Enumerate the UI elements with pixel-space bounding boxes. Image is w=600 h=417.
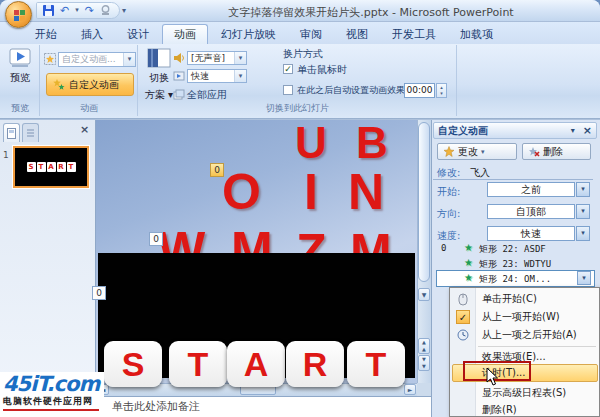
speed-combo-dropdown-icon[interactable]: ▾ xyxy=(576,226,590,241)
close-pane-icon[interactable]: × xyxy=(80,124,89,135)
tab-review[interactable]: 审阅 xyxy=(289,25,333,44)
direction-field-label: 方向: xyxy=(437,207,460,221)
undo-icon[interactable]: ↶ xyxy=(60,5,69,16)
pane-title-bar: 自定义动画 ▾ × xyxy=(433,122,597,139)
quick-access-toolbar: ↶▾ ↷ xyxy=(36,2,120,19)
next-down-icon: ▼ xyxy=(419,356,429,363)
slide-thumbnail[interactable]: START xyxy=(13,146,89,188)
custom-animation-icon xyxy=(53,79,65,91)
tab-addins[interactable]: 加载项 xyxy=(449,25,504,44)
mouse-icon xyxy=(458,293,468,306)
tab-developer[interactable]: 开发工具 xyxy=(381,25,447,44)
on-mouse-click-checkbox[interactable]: ✓ xyxy=(283,64,293,74)
start-tile[interactable]: T xyxy=(169,341,227,387)
undo-dropdown-icon[interactable]: ▾ xyxy=(75,7,79,14)
remove-animation-button[interactable]: 删除 xyxy=(522,143,591,160)
spinner-down-icon[interactable]: ▾ xyxy=(437,90,446,96)
tab-design[interactable]: 设计 xyxy=(116,25,160,44)
start-tile[interactable]: R xyxy=(286,341,344,387)
tab-view[interactable]: 视图 xyxy=(335,25,379,44)
modify-label: 修改: xyxy=(437,166,460,180)
speed-field-combo[interactable]: 快速 xyxy=(487,226,575,241)
auto-advance-time-spinner[interactable]: ▴ ▾ xyxy=(436,83,447,98)
animation-order-badge[interactable]: 0 xyxy=(92,286,106,300)
change-dropdown-icon: ▾ xyxy=(481,148,485,156)
menu-item-remove[interactable]: 删除(R) xyxy=(450,401,599,417)
menu-item-show-advanced-timeline[interactable]: 显示高级日程表(S) xyxy=(450,384,599,402)
slide-letter[interactable]: I xyxy=(304,167,318,217)
notes-placeholder[interactable]: 单击此处添加备注 xyxy=(112,399,200,414)
start-combo-dropdown-icon[interactable]: ▾ xyxy=(576,182,590,197)
next-slide-button[interactable]: ▼▼ xyxy=(418,355,430,371)
start-field-combo[interactable]: 之前 xyxy=(487,182,575,197)
transition-sound-dropdown-icon[interactable]: ▾ xyxy=(234,52,246,64)
slide-letter[interactable]: B xyxy=(356,121,388,165)
tab-home[interactable]: 开始 xyxy=(24,25,68,44)
animation-order-badge[interactable]: 0 xyxy=(210,163,224,177)
animate-combo-dropdown-icon[interactable]: ▾ xyxy=(123,53,135,66)
slide-letter[interactable]: O xyxy=(222,167,261,217)
clock-icon xyxy=(457,329,469,341)
animate-combo[interactable]: 自定义动画... ▾ xyxy=(58,52,136,67)
group-label-preview: 预览 xyxy=(0,101,40,115)
tab-animations[interactable]: 动画 xyxy=(162,24,208,44)
animation-context-menu: 单击开始(C) ✓ 从上一项开始(W) 从上一项之后开始(A) 效果选项(E).… xyxy=(449,287,600,417)
direction-field-combo[interactable]: 自顶部 xyxy=(487,204,575,219)
apply-all-button[interactable]: 全部应用 xyxy=(187,90,227,100)
tab-slideshow[interactable]: 幻灯片放映 xyxy=(210,25,287,44)
transition-speed-combo[interactable]: 快速 ▾ xyxy=(187,69,247,83)
auto-advance-time-field[interactable]: 00:00 xyxy=(404,83,435,98)
office-button[interactable] xyxy=(5,1,32,28)
thumb-tile: T xyxy=(37,162,46,172)
customize-qat-icon[interactable]: ▾ xyxy=(122,6,126,15)
animation-item-order: 0 xyxy=(441,243,446,253)
direction-combo-dropdown-icon[interactable]: ▾ xyxy=(576,204,590,219)
start-tile[interactable]: A xyxy=(227,341,285,387)
transition-speed-value: 快速 xyxy=(188,70,234,83)
transition-sound-combo[interactable]: [无声音] ▾ xyxy=(187,51,247,65)
scroll-right-icon[interactable]: ► xyxy=(404,384,416,395)
save-icon[interactable] xyxy=(43,5,54,16)
pane-close-icon[interactable]: × xyxy=(583,124,592,137)
start-tile[interactable]: S xyxy=(104,341,162,387)
previous-slide-button[interactable]: ▲▲ xyxy=(418,338,430,354)
thumb-tile: A xyxy=(47,162,56,172)
vertical-scrollbar-thumb[interactable] xyxy=(418,122,430,282)
slide-number: 1 xyxy=(3,150,9,160)
group-label-transition: 切换到此幻灯片 xyxy=(138,101,457,115)
pane-divider xyxy=(433,179,593,180)
auto-advance-checkbox[interactable] xyxy=(283,85,293,95)
on-mouse-click-label[interactable]: 单击鼠标时 xyxy=(297,65,347,75)
change-button-label: 更改 xyxy=(458,145,478,159)
start-field-label: 开始: xyxy=(437,185,460,199)
animation-order-badge[interactable]: 0 xyxy=(149,232,163,246)
custom-animation-button[interactable]: 自定义动画 xyxy=(46,73,134,96)
scroll-down-icon[interactable]: ▼ xyxy=(418,288,430,301)
slide-letter[interactable]: U xyxy=(295,121,327,165)
pane-title: 自定义动画 xyxy=(438,124,571,138)
menu-item-start-on-click[interactable]: 单击开始(C) xyxy=(450,290,599,308)
preview-button[interactable]: 预览 xyxy=(3,48,37,98)
outline-tab[interactable] xyxy=(22,123,39,142)
fly-in-star-icon: ★ xyxy=(464,242,473,253)
slides-tab[interactable] xyxy=(3,123,20,142)
animation-item[interactable]: 矩形 22: ASDF xyxy=(479,243,546,256)
watermark: 45iT.com 电脑软件硬件应用网 xyxy=(0,372,104,413)
animation-item-selected-label[interactable]: 矩形 24: OM... xyxy=(479,273,551,286)
redo-icon[interactable]: ↷ xyxy=(85,5,94,16)
transition-scheme-icon xyxy=(147,48,171,68)
menu-item-start-with-previous[interactable]: ✓ 从上一项开始(W) xyxy=(450,308,599,326)
auto-advance-label[interactable]: 在此之后自动设置动画效果: xyxy=(297,86,408,95)
pane-menu-dropdown-icon[interactable]: ▾ xyxy=(571,126,575,135)
tab-insert[interactable]: 插入 xyxy=(70,25,114,44)
menu-item-start-after-previous[interactable]: 从上一项之后开始(A) xyxy=(450,326,599,344)
transition-speed-dropdown-icon[interactable]: ▾ xyxy=(234,70,246,82)
stamp-icon[interactable] xyxy=(100,5,111,16)
remove-star-icon xyxy=(528,146,540,158)
start-tile[interactable]: T xyxy=(347,341,405,387)
fly-in-star-icon: ★ xyxy=(464,257,473,268)
animation-item-dropdown-icon[interactable]: ▾ xyxy=(577,271,591,285)
change-animation-button[interactable]: 更改 ▾ xyxy=(437,143,517,160)
checked-icon: ✓ xyxy=(456,310,470,324)
slide-letter[interactable]: N xyxy=(348,167,384,217)
